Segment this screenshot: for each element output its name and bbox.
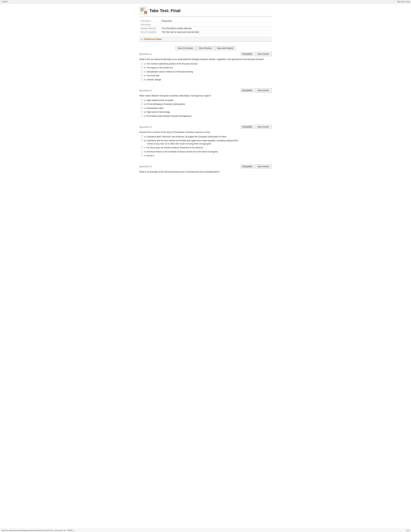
- option-text: c. Urbanization rates: [144, 106, 271, 110]
- question-header: Question 40.5 pointsSave Answer: [140, 164, 271, 169]
- browser-page-title: Take Test: Final: [397, 1, 409, 3]
- radio-button[interactable]: [141, 99, 143, 101]
- question-text: What is an example of the world becoming…: [140, 170, 271, 173]
- option-text: a. The northern latitudinal position of …: [144, 62, 271, 66]
- info-value: [160, 23, 271, 27]
- option-main-text: b. It's the Birthplace of western philos…: [144, 103, 185, 105]
- option-text: b. The legacy of the Soviet era: [144, 66, 271, 69]
- option-text: b. Columbus and his men carried out horr…: [144, 139, 271, 145]
- option-list: a. High relative levels of wealthb. It's…: [141, 99, 271, 118]
- option-item: a. High relative levels of wealth: [141, 99, 271, 102]
- svg-rect-2: [140, 9, 144, 9]
- question-label: Question 4: [140, 165, 152, 168]
- status-title-link[interactable]: Test/Survey Status: [144, 38, 162, 40]
- radio-button[interactable]: [141, 78, 143, 80]
- question-block: Question 40.5 pointsSave AnswerWhat is a…: [140, 164, 271, 176]
- option-item: c. Globalization and its influence on Ru…: [141, 70, 271, 73]
- question-label: Question 3: [140, 126, 152, 128]
- radio-button[interactable]: [141, 146, 143, 149]
- radio-button[interactable]: [141, 107, 143, 109]
- option-main-text: c. Globalization and its influence on Ru…: [144, 70, 193, 73]
- option-item: d. High levels of technology: [141, 110, 271, 114]
- option-item: d. The Cold War: [141, 74, 271, 77]
- option-item: e. All of these make Western Europe homo…: [141, 114, 271, 118]
- option-text: b. It's the Birthplace of western philos…: [144, 103, 271, 106]
- question-text: Howard Zinn's version of the story of Ch…: [140, 131, 271, 134]
- option-main-text: a. Columbus didn’t “discover” the Americ…: [144, 135, 226, 138]
- option-item: d. American history is full of details o…: [141, 150, 271, 153]
- option-main-text: b. The legacy of the Soviet era: [144, 66, 173, 69]
- question-block: Question 10.5 pointsSave AnswerWhat is t…: [140, 52, 271, 84]
- question-header: Question 30.5 pointsSave Answer: [140, 125, 271, 129]
- info-row: DescriptionRespondus: [140, 19, 271, 23]
- option-item: e. Climate change: [141, 78, 271, 81]
- radio-button[interactable]: [141, 139, 143, 141]
- option-text: a. High relative levels of wealth: [144, 99, 271, 102]
- radio-button[interactable]: [141, 63, 143, 65]
- save-answer-button[interactable]: Save Answer: [255, 88, 271, 93]
- question-text: What is the one element that helps us to…: [140, 58, 271, 61]
- points-badge: 0.5 points: [241, 125, 254, 129]
- option-text: d. American history is full of details o…: [144, 150, 271, 153]
- info-label: Description: [140, 19, 160, 23]
- points-badge: 0.5 points: [241, 89, 254, 92]
- svg-rect-4: [140, 11, 143, 11]
- svg-rect-1: [140, 8, 145, 8]
- radio-button[interactable]: [141, 154, 143, 156]
- radio-button[interactable]: [141, 70, 143, 73]
- browser-date: 7/18/13: [2, 1, 8, 3]
- points-badge: 0.5 points: [241, 165, 254, 168]
- save-answer-button[interactable]: Save Answer: [255, 52, 271, 56]
- points-area: 0.5 pointsSave Answer: [241, 52, 271, 56]
- save-answer-button[interactable]: Save Answer: [255, 164, 271, 169]
- radio-button[interactable]: [141, 111, 143, 113]
- status-section: ✕ Test/Survey Status: [140, 37, 271, 42]
- radio-button[interactable]: [141, 66, 143, 68]
- save-and-submit-button[interactable]: Save and Submit: [215, 46, 236, 50]
- radio-button[interactable]: [141, 103, 143, 105]
- points-area: 0.5 pointsSave Answer: [241, 125, 271, 129]
- question-block: Question 20.5 pointsSave AnswerWhat make…: [140, 88, 271, 120]
- svg-rect-3: [140, 10, 144, 10]
- option-text: e. All but C: [144, 154, 271, 157]
- save-answer-button[interactable]: Save Answer: [255, 125, 271, 129]
- question-block: Question 30.5 pointsSave AnswerHoward Zi…: [140, 125, 271, 160]
- option-main-text: d. High levels of technology: [144, 111, 170, 113]
- option-list: a. Columbus didn’t “discover” the Americ…: [141, 135, 271, 157]
- option-extra-text: hands of any man 14 or older who could n…: [148, 142, 271, 145]
- info-label: Force Completion: [140, 30, 160, 34]
- option-main-text: d. American history is full of details o…: [144, 150, 218, 153]
- option-item: a. The northern latitudinal position of …: [141, 62, 271, 66]
- question-text: What makes Western European countries co…: [140, 94, 271, 97]
- save-all-answers-button[interactable]: Save All Answers: [175, 46, 196, 50]
- question-label: Question 2: [140, 89, 152, 92]
- option-main-text: c. Urbanization rates: [144, 107, 163, 109]
- option-item: b. Columbus and his men carried out horr…: [141, 139, 271, 145]
- option-text: a. Columbus didn’t “discover” the Americ…: [144, 135, 271, 138]
- action-bar: Save All Answers Close Window Save and S…: [140, 45, 271, 52]
- radio-button[interactable]: [141, 150, 143, 152]
- info-value: This Test can be saved and resumed later…: [160, 30, 271, 34]
- questions-container: Question 10.5 pointsSave AnswerWhat is t…: [140, 52, 271, 176]
- status-header: ✕ Test/Survey Status: [140, 37, 271, 41]
- option-main-text: b. Columbus and his men carried out horr…: [144, 139, 238, 142]
- status-toggle[interactable]: ✕: [141, 38, 143, 40]
- info-value: Respondus: [160, 19, 271, 23]
- option-list: a. The northern latitudinal position of …: [141, 62, 271, 81]
- option-text: e. All of these make Western Europe homo…: [144, 114, 271, 118]
- option-item: a. Columbus didn’t “discover” the Americ…: [141, 135, 271, 138]
- radio-button[interactable]: [141, 135, 143, 138]
- test-icon: [140, 7, 148, 15]
- page-title: Take Test: Final: [149, 8, 180, 13]
- question-label: Question 1: [140, 53, 152, 55]
- radio-button[interactable]: [141, 115, 143, 117]
- question-header: Question 20.5 pointsSave Answer: [140, 88, 271, 93]
- close-window-button[interactable]: Close Window: [196, 46, 214, 50]
- option-item: b. It's the Birthplace of western philos…: [141, 103, 271, 106]
- info-value: This Test allows multiple attempts.: [160, 27, 271, 30]
- info-row: Force CompletionThis Test can be saved a…: [140, 30, 271, 34]
- radio-button[interactable]: [141, 74, 143, 76]
- info-label: Multiple Attempts: [140, 27, 160, 30]
- option-text: c. He (Zinn) says we should condemn Colu…: [144, 146, 271, 149]
- page-header: Take Test: Final: [140, 5, 271, 17]
